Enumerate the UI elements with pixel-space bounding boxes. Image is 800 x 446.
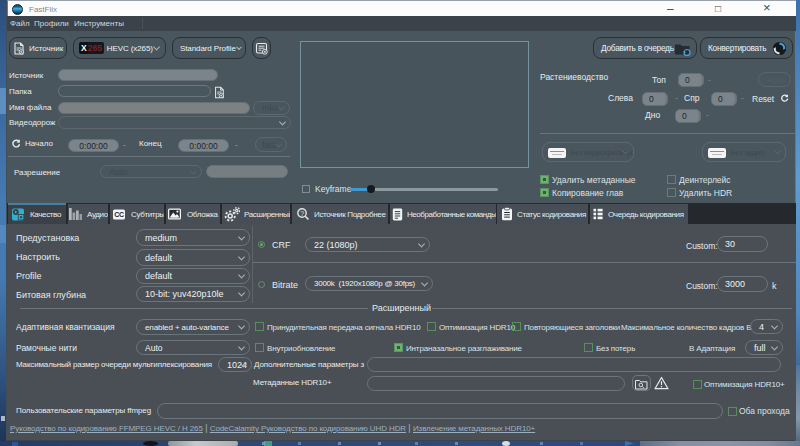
svg-text:CC: CC bbox=[114, 211, 124, 218]
svg-text:?: ? bbox=[300, 210, 304, 217]
